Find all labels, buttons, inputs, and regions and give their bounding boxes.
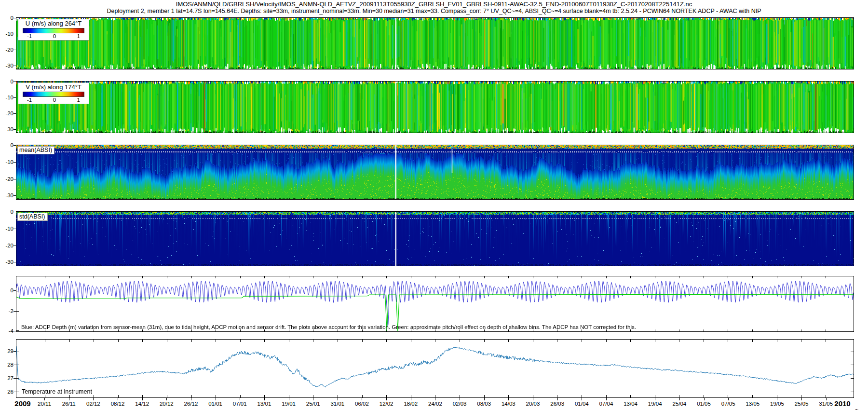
x-axis-year-start: 2009 — [12, 399, 33, 408]
v-legend-title: V (m/s) along 174°T — [19, 83, 88, 91]
y-tick-mark — [14, 351, 16, 352]
x-tick-label: 24/02 — [424, 401, 446, 407]
y-tick-label: 28 — [0, 362, 14, 368]
x-tick-label: 20/03 — [522, 401, 543, 407]
colorbar-tick: 1 — [77, 33, 80, 40]
y-tick-mark — [14, 162, 16, 163]
y-tick-mark — [14, 262, 16, 262]
x-tick-label: 14/12 — [132, 401, 153, 407]
y-tick-label: -30 — [0, 192, 14, 198]
x-tick-label: 02/12 — [82, 401, 104, 407]
x-tick-mark — [118, 398, 118, 400]
x-tick-label: 19/05 — [766, 401, 787, 407]
panel-std-absi: std(ABSI) — [16, 211, 854, 266]
u-legend-title: U (m/s) along 264°T — [19, 20, 88, 27]
x-tick-mark — [679, 398, 680, 400]
x-tick-label: 14/03 — [498, 401, 519, 407]
figure-root: IMOS/ANMN/QLD/GBRLSH/Velocity/IMOS_ANMN-… — [0, 0, 868, 410]
x-tick-mark — [826, 398, 827, 400]
y-tick-mark — [14, 82, 16, 82]
y-tick-mark — [14, 34, 16, 34]
y-tick-label: 0 — [0, 142, 14, 148]
x-tick-label: 08/03 — [474, 401, 495, 407]
x-tick-label: 31/01 — [327, 401, 348, 407]
x-tick-label: 20/11 — [34, 401, 55, 407]
x-tick-mark — [655, 398, 655, 400]
y-tick-mark — [14, 18, 16, 18]
x-tick-mark — [191, 398, 191, 400]
x-tick-label: 26/12 — [180, 401, 202, 407]
x-tick-mark — [435, 398, 435, 400]
x-tick-mark — [508, 398, 509, 400]
x-tick-mark — [362, 398, 362, 400]
y-tick-mark — [14, 129, 16, 130]
mean-absi-label: mean(ABSI) — [17, 146, 54, 154]
u-velocity-heatmap-canvas — [16, 18, 854, 69]
x-tick-mark — [386, 398, 387, 400]
panel-u-velocity: U (m/s) along 264°T -1 0 1 — [16, 17, 854, 69]
y-tick-label: 27 — [0, 375, 14, 381]
u-colorbar-ticks: -1 0 1 — [19, 33, 88, 40]
x-tick-label: 19/04 — [644, 401, 665, 407]
depth-variation-line-canvas — [16, 276, 854, 331]
y-tick-label: -10 — [0, 95, 14, 100]
x-tick-mark — [264, 398, 265, 400]
y-tick-mark — [14, 290, 16, 291]
u-colorbar-legend: U (m/s) along 264°T -1 0 1 — [18, 19, 89, 41]
colorbar-tick: 0 — [53, 33, 56, 40]
x-tick-label: 13/05 — [742, 401, 763, 407]
x-tick-mark — [460, 398, 460, 400]
x-tick-mark — [411, 398, 411, 400]
x-tick-mark — [216, 398, 216, 400]
y-tick-mark — [14, 378, 16, 379]
y-tick-label: 26 — [0, 389, 14, 395]
x-tick-label: 19/01 — [278, 401, 299, 407]
y-tick-mark — [14, 97, 16, 98]
x-tick-label: 12/02 — [376, 401, 397, 407]
figure-title: IMOS/ANMN/QLD/GBRLSH/Velocity/IMOS_ANMN-… — [0, 0, 868, 8]
panel-depth-variation: Blue: ADCP Depth (m) variation from sens… — [16, 276, 854, 332]
y-tick-label: -2 — [0, 308, 14, 314]
x-tick-mark — [728, 398, 729, 400]
std-absi-label: std(ABSI) — [17, 213, 48, 221]
y-tick-mark — [14, 229, 16, 229]
y-tick-mark — [14, 331, 16, 331]
y-tick-mark — [14, 212, 16, 212]
colorbar-tick: 0 — [53, 97, 56, 103]
panel-temperature: Temperature at instrument — [16, 339, 854, 398]
figure-subtitle: Deployment 2, member 1 lat=14.7S lon=145… — [0, 8, 868, 14]
y-tick-label: -20 — [0, 47, 14, 53]
y-tick-mark — [14, 195, 16, 196]
panel-mean-absi: mean(ABSI) — [16, 145, 854, 200]
x-tick-label: 18/02 — [400, 401, 421, 407]
x-tick-mark — [166, 398, 167, 400]
x-tick-mark — [142, 398, 143, 400]
x-tick-label: 20/12 — [156, 401, 177, 407]
x-tick-mark — [753, 398, 753, 400]
jet-colorbar — [23, 28, 84, 33]
y-tick-label: -20 — [0, 110, 14, 116]
v-colorbar-legend: V (m/s) along 174°T -1 0 1 — [18, 82, 89, 104]
x-tick-label: 13/04 — [620, 401, 641, 407]
x-tick-label: 31/05 — [815, 401, 837, 407]
y-tick-label: -10 — [0, 31, 14, 37]
colorbar-tick: 1 — [77, 97, 80, 103]
x-tick-mark — [631, 398, 631, 400]
x-tick-label: 25/01 — [302, 401, 324, 407]
x-tick-label: 26/03 — [547, 401, 568, 407]
y-tick-mark — [14, 179, 16, 179]
y-tick-label: -20 — [0, 176, 14, 182]
x-tick-mark — [606, 398, 607, 400]
x-tick-mark — [93, 398, 94, 400]
x-tick-mark — [289, 398, 289, 400]
y-tick-label: -20 — [0, 243, 14, 248]
x-tick-label: 07/01 — [229, 401, 250, 407]
x-tick-label: 25/04 — [669, 401, 690, 407]
y-tick-label: 0 — [0, 287, 14, 293]
x-tick-mark — [582, 398, 582, 400]
colorbar-tick: -1 — [27, 97, 32, 103]
x-tick-mark — [777, 398, 777, 400]
y-tick-label: -4 — [0, 328, 14, 334]
y-tick-mark — [14, 50, 16, 50]
y-tick-label: 29 — [0, 348, 14, 354]
